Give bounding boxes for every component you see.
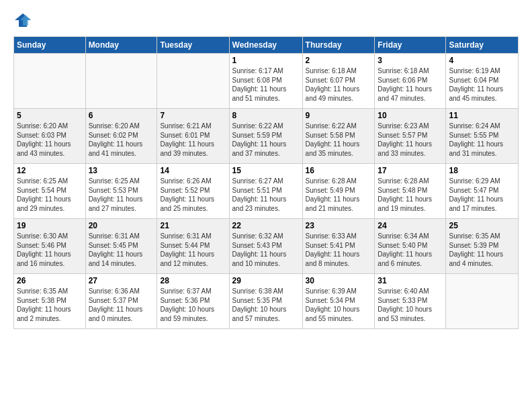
- week-row-5: 26Sunrise: 6:35 AM Sunset: 5:38 PM Dayli…: [14, 274, 519, 329]
- day-info: Sunrise: 6:20 AM Sunset: 6:03 PM Dayligh…: [17, 122, 83, 158]
- day-info: Sunrise: 6:17 AM Sunset: 6:08 PM Dayligh…: [232, 66, 300, 103]
- day-info: Sunrise: 6:27 AM Sunset: 5:51 PM Dayligh…: [232, 177, 300, 213]
- day-info: Sunrise: 6:33 AM Sunset: 5:41 PM Dayligh…: [306, 232, 372, 268]
- calendar-cell: 22Sunrise: 6:32 AM Sunset: 5:43 PM Dayli…: [229, 219, 302, 274]
- day-number: 20: [89, 221, 154, 230]
- calendar-cell: 6Sunrise: 6:20 AM Sunset: 6:02 PM Daylig…: [85, 109, 157, 164]
- day-number: 13: [89, 166, 154, 175]
- day-info: Sunrise: 6:23 AM Sunset: 5:57 PM Dayligh…: [378, 122, 443, 158]
- day-number: 18: [449, 166, 515, 175]
- calendar-cell: [157, 54, 229, 109]
- calendar-cell: [446, 274, 519, 329]
- day-number: 17: [378, 166, 443, 175]
- day-info: Sunrise: 6:20 AM Sunset: 6:02 PM Dayligh…: [89, 122, 154, 158]
- calendar-cell: 16Sunrise: 6:28 AM Sunset: 5:49 PM Dayli…: [302, 164, 375, 219]
- calendar-cell: 28Sunrise: 6:37 AM Sunset: 5:36 PM Dayli…: [157, 274, 229, 329]
- day-info: Sunrise: 6:31 AM Sunset: 5:45 PM Dayligh…: [89, 232, 154, 268]
- day-number: 2: [306, 56, 372, 65]
- day-info: Sunrise: 6:21 AM Sunset: 6:01 PM Dayligh…: [160, 122, 226, 158]
- day-info: Sunrise: 6:24 AM Sunset: 5:55 PM Dayligh…: [449, 122, 515, 158]
- calendar-cell: 27Sunrise: 6:36 AM Sunset: 5:37 PM Dayli…: [85, 274, 157, 329]
- calendar-cell: 31Sunrise: 6:40 AM Sunset: 5:33 PM Dayli…: [375, 274, 446, 329]
- calendar-cell: 19Sunrise: 6:30 AM Sunset: 5:46 PM Dayli…: [14, 219, 86, 274]
- week-row-3: 12Sunrise: 6:25 AM Sunset: 5:54 PM Dayli…: [14, 164, 519, 219]
- calendar-cell: 20Sunrise: 6:31 AM Sunset: 5:45 PM Dayli…: [85, 219, 157, 274]
- calendar-cell: 26Sunrise: 6:35 AM Sunset: 5:38 PM Dayli…: [14, 274, 86, 329]
- day-info: Sunrise: 6:29 AM Sunset: 5:47 PM Dayligh…: [449, 177, 515, 213]
- logo: [13, 11, 35, 30]
- calendar-cell: 7Sunrise: 6:21 AM Sunset: 6:01 PM Daylig…: [157, 109, 229, 164]
- calendar-cell: 29Sunrise: 6:38 AM Sunset: 5:35 PM Dayli…: [229, 274, 302, 329]
- calendar-cell: 3Sunrise: 6:18 AM Sunset: 6:06 PM Daylig…: [375, 54, 446, 109]
- calendar-cell: 4Sunrise: 6:19 AM Sunset: 6:04 PM Daylig…: [446, 54, 519, 109]
- day-number: 29: [232, 276, 300, 285]
- day-info: Sunrise: 6:25 AM Sunset: 5:53 PM Dayligh…: [89, 177, 154, 213]
- calendar-cell: 13Sunrise: 6:25 AM Sunset: 5:53 PM Dayli…: [85, 164, 157, 219]
- calendar-cell: 12Sunrise: 6:25 AM Sunset: 5:54 PM Dayli…: [14, 164, 86, 219]
- weekday-row: SundayMondayTuesdayWednesdayThursdayFrid…: [14, 37, 519, 54]
- week-row-1: 1Sunrise: 6:17 AM Sunset: 6:08 PM Daylig…: [14, 54, 519, 109]
- day-info: Sunrise: 6:31 AM Sunset: 5:44 PM Dayligh…: [160, 232, 226, 268]
- day-info: Sunrise: 6:37 AM Sunset: 5:36 PM Dayligh…: [160, 287, 226, 323]
- weekday-header-wednesday: Wednesday: [229, 37, 302, 54]
- day-number: 19: [17, 221, 83, 230]
- day-info: Sunrise: 6:26 AM Sunset: 5:52 PM Dayligh…: [160, 177, 226, 213]
- day-number: 24: [378, 221, 443, 230]
- day-info: Sunrise: 6:36 AM Sunset: 5:37 PM Dayligh…: [89, 287, 154, 323]
- weekday-header-tuesday: Tuesday: [157, 37, 229, 54]
- calendar-cell: 21Sunrise: 6:31 AM Sunset: 5:44 PM Dayli…: [157, 219, 229, 274]
- calendar-cell: 30Sunrise: 6:39 AM Sunset: 5:34 PM Dayli…: [302, 274, 375, 329]
- weekday-header-thursday: Thursday: [302, 37, 375, 54]
- calendar-cell: 10Sunrise: 6:23 AM Sunset: 5:57 PM Dayli…: [375, 109, 446, 164]
- calendar-cell: 18Sunrise: 6:29 AM Sunset: 5:47 PM Dayli…: [446, 164, 519, 219]
- day-number: 3: [378, 56, 443, 65]
- day-info: Sunrise: 6:28 AM Sunset: 5:49 PM Dayligh…: [306, 177, 372, 213]
- day-info: Sunrise: 6:22 AM Sunset: 5:59 PM Dayligh…: [232, 122, 300, 158]
- day-number: 4: [449, 56, 515, 65]
- day-info: Sunrise: 6:25 AM Sunset: 5:54 PM Dayligh…: [17, 177, 83, 213]
- day-number: 23: [306, 221, 372, 230]
- weekday-header-sunday: Sunday: [14, 37, 86, 54]
- day-number: 10: [378, 111, 443, 120]
- day-number: 5: [17, 111, 83, 120]
- day-number: 31: [378, 276, 443, 285]
- weekday-header-monday: Monday: [85, 37, 157, 54]
- day-number: 21: [160, 221, 226, 230]
- day-number: 15: [232, 166, 300, 175]
- day-number: 11: [449, 111, 515, 120]
- calendar-header: SundayMondayTuesdayWednesdayThursdayFrid…: [14, 37, 519, 54]
- day-number: 30: [306, 276, 372, 285]
- day-number: 9: [306, 111, 372, 120]
- day-info: Sunrise: 6:28 AM Sunset: 5:48 PM Dayligh…: [378, 177, 443, 213]
- calendar-cell: 24Sunrise: 6:34 AM Sunset: 5:40 PM Dayli…: [375, 219, 446, 274]
- day-number: 1: [232, 56, 300, 65]
- day-info: Sunrise: 6:18 AM Sunset: 6:07 PM Dayligh…: [306, 66, 372, 103]
- day-info: Sunrise: 6:19 AM Sunset: 6:04 PM Dayligh…: [449, 66, 515, 103]
- day-info: Sunrise: 6:35 AM Sunset: 5:39 PM Dayligh…: [449, 232, 515, 268]
- calendar-cell: 23Sunrise: 6:33 AM Sunset: 5:41 PM Dayli…: [302, 219, 375, 274]
- calendar-body: 1Sunrise: 6:17 AM Sunset: 6:08 PM Daylig…: [14, 54, 519, 329]
- day-info: Sunrise: 6:34 AM Sunset: 5:40 PM Dayligh…: [378, 232, 443, 268]
- calendar-cell: 14Sunrise: 6:26 AM Sunset: 5:52 PM Dayli…: [157, 164, 229, 219]
- day-info: Sunrise: 6:32 AM Sunset: 5:43 PM Dayligh…: [232, 232, 300, 268]
- day-number: 26: [17, 276, 83, 285]
- page: SundayMondayTuesdayWednesdayThursdayFrid…: [0, 0, 532, 411]
- day-info: Sunrise: 6:22 AM Sunset: 5:58 PM Dayligh…: [306, 122, 372, 158]
- calendar-cell: 15Sunrise: 6:27 AM Sunset: 5:51 PM Dayli…: [229, 164, 302, 219]
- calendar-cell: 9Sunrise: 6:22 AM Sunset: 5:58 PM Daylig…: [302, 109, 375, 164]
- week-row-2: 5Sunrise: 6:20 AM Sunset: 6:03 PM Daylig…: [14, 109, 519, 164]
- day-number: 7: [160, 111, 226, 120]
- day-number: 28: [160, 276, 226, 285]
- calendar-table: SundayMondayTuesdayWednesdayThursdayFrid…: [13, 36, 519, 329]
- week-row-4: 19Sunrise: 6:30 AM Sunset: 5:46 PM Dayli…: [14, 219, 519, 274]
- day-number: 12: [17, 166, 83, 175]
- calendar-cell: 25Sunrise: 6:35 AM Sunset: 5:39 PM Dayli…: [446, 219, 519, 274]
- day-info: Sunrise: 6:38 AM Sunset: 5:35 PM Dayligh…: [232, 287, 300, 323]
- weekday-header-friday: Friday: [375, 37, 446, 54]
- day-number: 22: [232, 221, 300, 230]
- day-number: 27: [89, 276, 154, 285]
- calendar-cell: 8Sunrise: 6:22 AM Sunset: 5:59 PM Daylig…: [229, 109, 302, 164]
- day-info: Sunrise: 6:30 AM Sunset: 5:46 PM Dayligh…: [17, 232, 83, 268]
- weekday-header-saturday: Saturday: [446, 37, 519, 54]
- day-number: 16: [306, 166, 372, 175]
